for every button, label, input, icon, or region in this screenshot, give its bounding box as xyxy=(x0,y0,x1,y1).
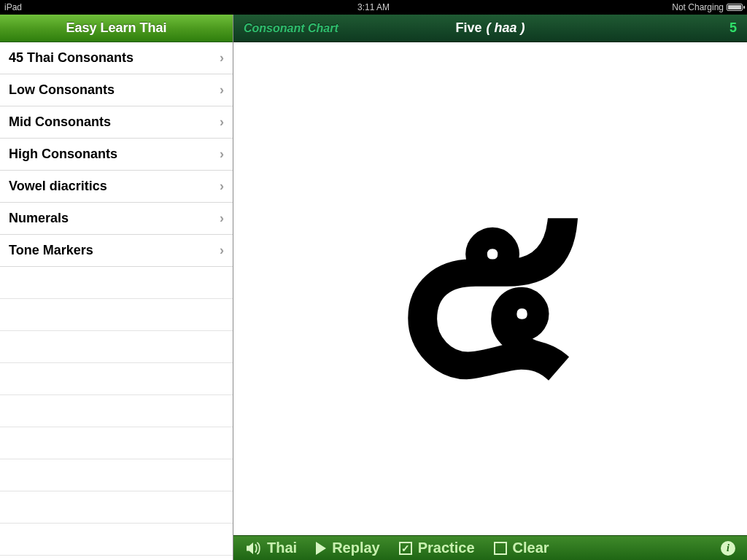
thai-glyph: ๕ xyxy=(397,165,584,413)
chevron-right-icon: › xyxy=(220,82,224,98)
info-button[interactable]: i xyxy=(721,541,735,556)
checkbox-empty-icon xyxy=(494,542,507,555)
list-item xyxy=(0,331,233,363)
sidebar-item-numerals[interactable]: Numerals › xyxy=(0,203,233,235)
category-list[interactable]: 45 Thai Consonants › Low Consonants › Mi… xyxy=(0,42,233,560)
list-item-label: Tone Markers xyxy=(9,243,93,258)
main-panel: Consonant Chart Five ( haa ) 5 ๕ Thai Re… xyxy=(233,15,747,560)
title-word: Five xyxy=(455,20,481,36)
clear-button[interactable]: Clear xyxy=(494,540,549,556)
info-icon: i xyxy=(721,541,735,556)
sidebar-item-mid-consonants[interactable]: Mid Consonants › xyxy=(0,106,233,139)
toolbar-label: Clear xyxy=(513,540,549,556)
status-device: iPad xyxy=(4,2,22,12)
speaker-icon xyxy=(245,542,261,555)
sidebar-title: Easy Learn Thai xyxy=(0,15,233,42)
status-time: 3:11 AM xyxy=(357,2,390,12)
main-header: Consonant Chart Five ( haa ) 5 xyxy=(233,15,747,42)
breadcrumb[interactable]: Consonant Chart xyxy=(244,22,338,35)
chevron-right-icon: › xyxy=(220,114,224,130)
list-item xyxy=(0,427,233,459)
list-item xyxy=(0,267,233,299)
speak-thai-button[interactable]: Thai xyxy=(245,540,297,556)
list-item-label: Low Consonants xyxy=(9,82,115,98)
list-item-label: High Consonants xyxy=(9,147,117,162)
list-item-label: Mid Consonants xyxy=(9,114,111,130)
list-item xyxy=(0,395,233,427)
chevron-right-icon: › xyxy=(220,147,224,162)
list-item xyxy=(0,363,233,395)
toolbar-label: Practice xyxy=(418,540,475,556)
character-index: 5 xyxy=(729,20,737,36)
sidebar: Easy Learn Thai 45 Thai Consonants › Low… xyxy=(0,15,233,560)
checkbox-checked-icon: ✓ xyxy=(399,542,412,555)
list-item-label: Numerals xyxy=(9,211,69,226)
play-icon xyxy=(316,542,326,555)
battery-icon xyxy=(727,4,743,11)
list-item xyxy=(0,299,233,331)
list-item xyxy=(0,491,233,524)
bottom-toolbar: Thai Replay ✓ Practice Clear i xyxy=(233,535,747,560)
chevron-right-icon: › xyxy=(220,243,224,258)
status-bar: iPad 3:11 AM Not Charging xyxy=(0,0,747,15)
toolbar-label: Thai xyxy=(267,540,297,556)
practice-button[interactable]: ✓ Practice xyxy=(399,540,475,556)
sidebar-item-tone-markers[interactable]: Tone Markers › xyxy=(0,235,233,267)
page-title: Five ( haa ) xyxy=(455,20,525,36)
toolbar-label: Replay xyxy=(332,540,380,556)
list-item xyxy=(0,524,233,556)
list-item xyxy=(0,459,233,491)
chevron-right-icon: › xyxy=(220,50,224,66)
status-charging: Not Charging xyxy=(672,2,724,12)
list-item-label: Vowel diacritics xyxy=(9,179,107,194)
chevron-right-icon: › xyxy=(220,179,224,194)
list-item-label: 45 Thai Consonants xyxy=(9,50,133,66)
sidebar-item-vowel-diacritics[interactable]: Vowel diacritics › xyxy=(0,171,233,203)
replay-button[interactable]: Replay xyxy=(316,540,380,556)
chevron-right-icon: › xyxy=(220,211,224,226)
sidebar-item-45-thai-consonants[interactable]: 45 Thai Consonants › xyxy=(0,42,233,74)
sidebar-item-high-consonants[interactable]: High Consonants › xyxy=(0,139,233,171)
drawing-canvas[interactable]: ๕ xyxy=(233,42,747,535)
title-romanization: ( haa ) xyxy=(487,20,525,36)
sidebar-item-low-consonants[interactable]: Low Consonants › xyxy=(0,74,233,106)
